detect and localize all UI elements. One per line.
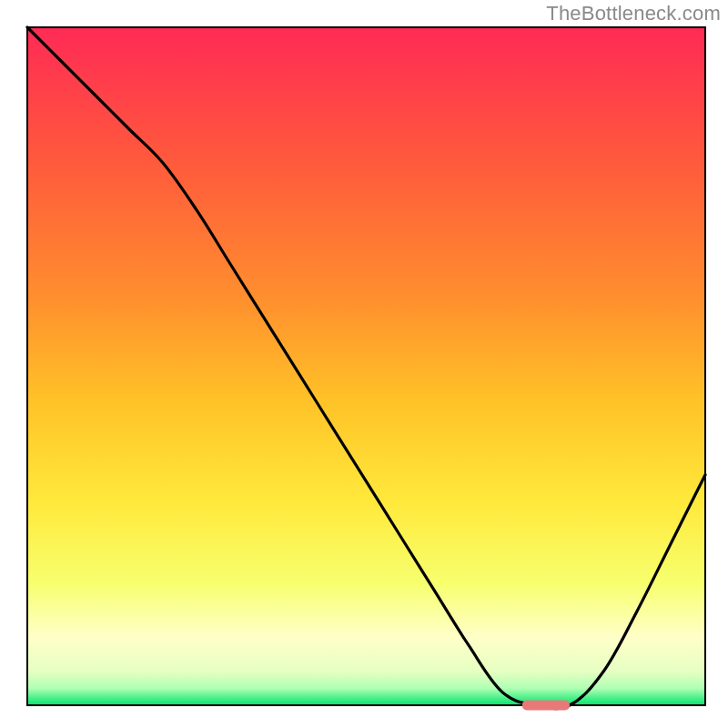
chart-container: TheBottleneck.com bbox=[0, 0, 728, 728]
optimal-marker bbox=[522, 701, 570, 711]
bottleneck-chart bbox=[0, 0, 728, 728]
